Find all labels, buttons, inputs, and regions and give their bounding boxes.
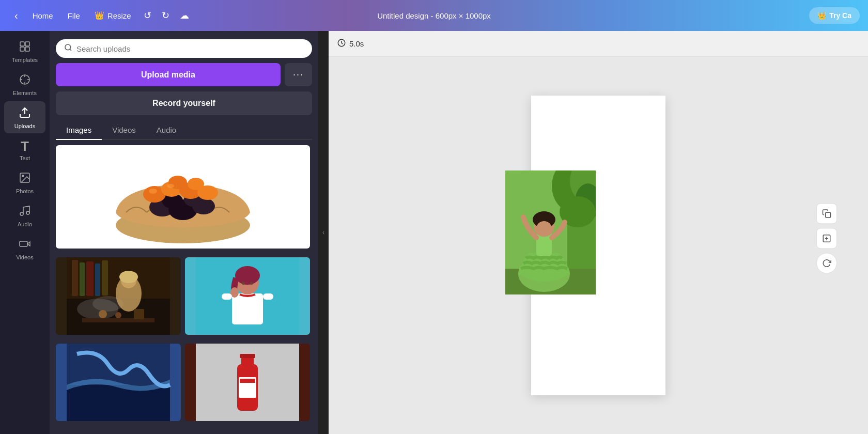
image-item-food[interactable] — [56, 145, 310, 249]
collapse-arrow-icon: ‹ — [322, 229, 324, 236]
svg-point-7 — [20, 212, 23, 215]
sidebar-item-audio[interactable]: Audio — [4, 199, 45, 231]
ai-regenerate-button[interactable] — [816, 253, 837, 273]
svg-point-40 — [115, 312, 121, 318]
svg-rect-30 — [86, 261, 94, 296]
svg-rect-31 — [95, 264, 100, 296]
svg-rect-32 — [102, 260, 108, 296]
svg-rect-2 — [20, 47, 24, 51]
videos-label: Videos — [16, 254, 33, 260]
upload-media-button[interactable]: Upload media — [56, 63, 281, 86]
canvas-toolbar: 5.0s — [329, 31, 868, 57]
try-canva-button[interactable]: 👑 Try Ca — [809, 7, 860, 24]
duration-display: 5.0s — [337, 38, 364, 49]
svg-rect-49 — [222, 293, 232, 300]
svg-point-39 — [99, 310, 107, 318]
sidebar-item-elements[interactable]: Elements — [4, 68, 45, 100]
main-body: Templates Elements Uploads T — [0, 31, 868, 434]
svg-point-8 — [26, 211, 29, 214]
svg-point-25 — [167, 184, 174, 188]
text-label: Text — [20, 155, 30, 161]
record-yourself-button[interactable]: Record yourself — [56, 91, 312, 115]
undo-button[interactable]: ↺ — [140, 7, 156, 24]
sidebar-item-text[interactable]: T Text — [4, 134, 45, 165]
sidebar-item-videos[interactable]: Videos — [4, 233, 45, 265]
svg-rect-1 — [25, 42, 29, 46]
svg-rect-0 — [20, 42, 24, 46]
tab-videos[interactable]: Videos — [102, 120, 146, 140]
back-button[interactable]: ‹ — [8, 7, 24, 25]
sidebar-item-templates[interactable]: Templates — [4, 35, 45, 67]
home-button[interactable]: Home — [26, 8, 59, 23]
svg-rect-28 — [72, 260, 78, 296]
svg-point-10 — [65, 44, 71, 50]
file-button[interactable]: File — [61, 8, 86, 23]
svg-rect-43 — [232, 293, 263, 324]
icon-sidebar: Templates Elements Uploads T — [0, 31, 50, 434]
redo-button[interactable]: ↻ — [158, 7, 174, 24]
svg-rect-58 — [240, 379, 255, 383]
svg-point-71 — [537, 221, 551, 234]
photos-label: Photos — [16, 188, 34, 194]
design-title: Untitled design - 600px × 1000px — [377, 11, 491, 20]
tab-images[interactable]: Images — [56, 120, 102, 140]
svg-point-45 — [235, 266, 260, 285]
collapse-handle[interactable]: ‹ — [318, 31, 329, 434]
upload-media-row: Upload media ··· — [56, 63, 312, 86]
canvas-right-tools — [816, 203, 837, 273]
svg-point-24 — [149, 189, 157, 194]
svg-point-23 — [188, 178, 204, 190]
duplicate-button[interactable] — [816, 203, 837, 224]
svg-point-6 — [22, 175, 24, 177]
image-item-blue[interactable] — [56, 344, 181, 421]
cloud-save-button[interactable]: ☁ — [176, 7, 193, 24]
topbar-right: 👑 Try Ca — [809, 7, 860, 24]
uploads-label: Uploads — [14, 123, 35, 129]
canvas-area: 5.0s — [329, 31, 868, 434]
svg-rect-3 — [25, 47, 29, 51]
canvas-content — [329, 57, 868, 434]
duration-value: 5.0s — [349, 39, 364, 48]
tab-audio[interactable]: Audio — [146, 120, 187, 140]
uploads-icon — [19, 106, 31, 121]
templates-icon — [19, 40, 31, 55]
sidebar-item-uploads[interactable]: Uploads — [4, 101, 45, 133]
elements-icon — [19, 73, 31, 88]
search-bar[interactable] — [56, 39, 312, 58]
search-input[interactable] — [76, 44, 304, 53]
image-item-dark-scene[interactable] — [56, 257, 181, 335]
add-page-button[interactable] — [816, 228, 837, 249]
resize-button[interactable]: 👑 Resize — [88, 8, 137, 23]
crown-icon: 👑 — [95, 11, 104, 20]
svg-rect-29 — [80, 262, 85, 296]
svg-rect-41 — [134, 309, 144, 319]
crown-icon-small: 👑 — [817, 11, 826, 20]
videos-icon — [19, 238, 31, 252]
timer-icon — [337, 38, 346, 49]
svg-rect-52 — [67, 385, 170, 421]
topbar: ‹ Home File 👑 Resize ↺ ↻ ☁ Untitled desi… — [0, 0, 868, 31]
photos-icon — [19, 172, 31, 186]
audio-label: Audio — [18, 221, 32, 227]
images-grid — [56, 145, 312, 426]
uploads-panel: Upload media ··· Record yourself Images … — [50, 31, 318, 434]
placed-image-woman-green[interactable] — [505, 171, 596, 295]
svg-rect-50 — [263, 293, 273, 300]
topbar-left: ‹ Home File 👑 Resize ↺ ↻ ☁ — [8, 7, 193, 25]
canvas-page[interactable] — [531, 96, 665, 395]
upload-more-button[interactable]: ··· — [285, 63, 312, 86]
svg-rect-56 — [240, 354, 255, 358]
templates-label: Templates — [12, 57, 38, 63]
sidebar-item-photos[interactable]: Photos — [4, 166, 45, 198]
svg-rect-72 — [826, 212, 831, 218]
image-item-woman-teal[interactable] — [185, 257, 310, 335]
svg-point-37 — [119, 271, 138, 283]
elements-label: Elements — [13, 90, 37, 96]
svg-rect-9 — [20, 241, 27, 246]
svg-point-46 — [242, 282, 245, 285]
tabs-row: Images Videos Audio — [56, 120, 312, 140]
search-icon — [64, 43, 72, 54]
svg-point-47 — [250, 282, 253, 285]
text-icon: T — [21, 140, 29, 153]
image-item-red[interactable] — [185, 344, 310, 421]
